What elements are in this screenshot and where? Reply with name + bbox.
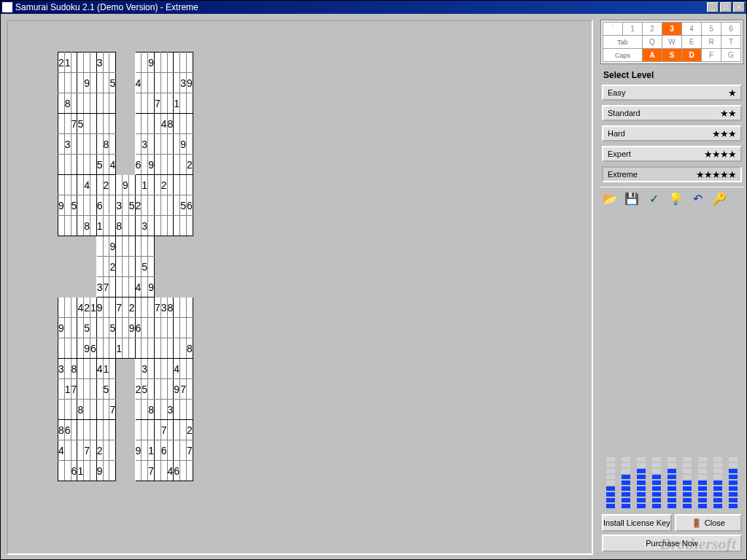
cell-7-11[interactable]: 5 (128, 195, 135, 216)
cell-16-0[interactable] (58, 379, 65, 400)
cell-4-20[interactable] (186, 134, 193, 155)
cell-20-5[interactable] (90, 461, 96, 481)
cell-0-18[interactable] (174, 52, 180, 73)
cell-3-16[interactable]: 4 (160, 114, 167, 134)
cell-16-12[interactable]: 2 (135, 379, 142, 400)
cell-12-5[interactable]: 1 (90, 298, 96, 318)
cell-12-19[interactable] (180, 298, 187, 318)
cell-10-7[interactable] (103, 257, 109, 277)
cell-20-17[interactable]: 4 (167, 461, 174, 481)
cell-16-1[interactable]: 1 (64, 379, 71, 400)
cell-7-4[interactable] (84, 195, 90, 216)
key-5[interactable]: 5 (702, 23, 721, 36)
cell-12-16[interactable]: 3 (160, 298, 167, 318)
cell-4-17[interactable] (167, 134, 174, 155)
cell-9-10[interactable] (122, 236, 128, 257)
cell-15-14[interactable] (148, 359, 155, 379)
cell-15-0[interactable]: 3 (58, 359, 65, 379)
cell-20-8[interactable] (109, 461, 116, 481)
cell-8-5[interactable] (90, 216, 96, 236)
cell-20-7[interactable] (103, 461, 109, 481)
cell-2-19[interactable] (180, 93, 187, 114)
key-caps[interactable]: Caps (603, 49, 643, 62)
cell-10-9[interactable] (116, 257, 123, 277)
cell-12-7[interactable] (103, 298, 109, 318)
cell-2-4[interactable] (84, 93, 90, 114)
cell-1-17[interactable] (167, 73, 174, 93)
cell-12-10[interactable] (122, 298, 128, 318)
cell-13-16[interactable] (160, 318, 167, 338)
cell-18-3[interactable] (77, 420, 84, 440)
cell-14-18[interactable] (174, 338, 180, 359)
cell-5-15[interactable] (154, 155, 160, 175)
cell-14-5[interactable]: 6 (90, 338, 96, 359)
cell-7-16[interactable] (160, 195, 167, 216)
cell-18-5[interactable] (90, 420, 96, 440)
cell-0-6[interactable]: 3 (96, 52, 103, 73)
cell-18-19[interactable] (180, 420, 187, 440)
cell-2-14[interactable] (148, 93, 155, 114)
cell-9-14[interactable] (148, 236, 155, 257)
cell-10-13[interactable]: 5 (142, 257, 148, 277)
cell-4-13[interactable]: 3 (142, 134, 148, 155)
cell-13-8[interactable]: 5 (109, 318, 116, 338)
cell-19-18[interactable] (174, 440, 180, 461)
cell-4-12[interactable] (135, 134, 142, 155)
key-a[interactable]: A (643, 49, 662, 62)
cell-8-3[interactable] (77, 216, 84, 236)
cell-9-6[interactable] (96, 236, 103, 257)
cell-17-12[interactable] (135, 400, 142, 420)
cell-3-4[interactable] (84, 114, 90, 134)
cell-6-11[interactable] (128, 175, 135, 195)
cell-12-6[interactable]: 9 (96, 298, 103, 318)
cell-11-7[interactable]: 7 (103, 277, 109, 298)
undo-icon[interactable]: ↶ (689, 190, 705, 206)
cell-2-6[interactable] (96, 93, 103, 114)
cell-2-0[interactable] (58, 93, 65, 114)
cell-16-19[interactable]: 7 (180, 379, 187, 400)
cell-1-3[interactable] (77, 73, 84, 93)
cell-6-9[interactable] (116, 175, 123, 195)
cell-4-3[interactable] (77, 134, 84, 155)
cell-1-18[interactable] (174, 73, 180, 93)
cell-11-6[interactable]: 3 (96, 277, 103, 298)
cell-20-1[interactable] (64, 461, 71, 481)
cell-14-11[interactable] (128, 338, 135, 359)
samurai-board[interactable]: 2139954398717548383954692429129563525681… (58, 52, 193, 481)
cell-13-3[interactable] (77, 318, 84, 338)
cell-4-8[interactable] (109, 134, 116, 155)
cell-4-16[interactable] (160, 134, 167, 155)
cell-2-17[interactable] (167, 93, 174, 114)
cell-20-3[interactable]: 1 (77, 461, 84, 481)
cell-5-5[interactable] (90, 155, 96, 175)
cell-8-20[interactable] (186, 216, 193, 236)
cell-17-19[interactable] (180, 400, 187, 420)
cell-8-17[interactable] (167, 216, 174, 236)
cell-5-18[interactable] (174, 155, 180, 175)
cell-17-1[interactable] (64, 400, 71, 420)
cell-11-13[interactable] (142, 277, 148, 298)
cell-4-18[interactable] (174, 134, 180, 155)
cell-2-1[interactable]: 8 (64, 93, 71, 114)
cell-18-8[interactable] (109, 420, 116, 440)
cell-10-10[interactable] (122, 257, 128, 277)
cell-6-1[interactable] (64, 175, 71, 195)
cell-5-16[interactable] (160, 155, 167, 175)
cell-2-3[interactable] (77, 93, 84, 114)
cell-13-6[interactable] (96, 318, 103, 338)
cell-14-2[interactable] (71, 338, 77, 359)
close-window-button[interactable]: × (733, 2, 745, 12)
cell-19-1[interactable] (64, 440, 71, 461)
cell-17-2[interactable] (71, 400, 77, 420)
cell-7-8[interactable] (109, 195, 116, 216)
cell-19-14[interactable]: 1 (148, 440, 155, 461)
cell-1-15[interactable] (154, 73, 160, 93)
cell-5-20[interactable]: 2 (186, 155, 193, 175)
cell-13-2[interactable] (71, 318, 77, 338)
cell-2-20[interactable] (186, 93, 193, 114)
cell-0-3[interactable] (77, 52, 84, 73)
cell-7-13[interactable] (142, 195, 148, 216)
cell-8-0[interactable] (58, 216, 65, 236)
cell-15-15[interactable] (154, 359, 160, 379)
cell-5-13[interactable] (142, 155, 148, 175)
